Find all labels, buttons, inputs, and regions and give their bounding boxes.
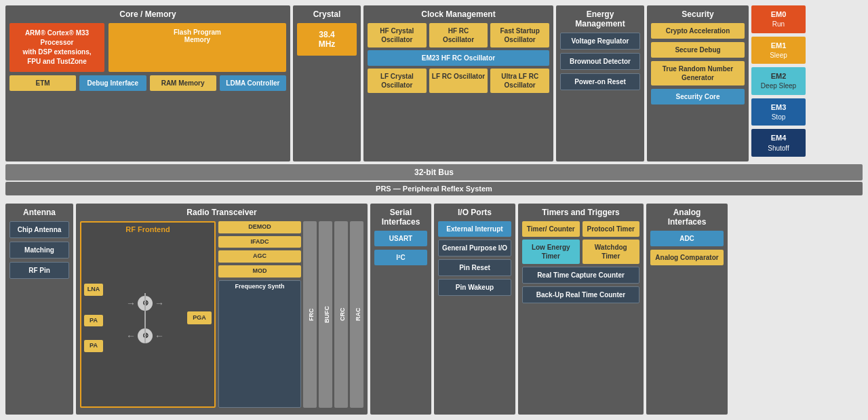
core-memory-title: Core / Memory [9,9,286,19]
analog-title: Analog Interfaces [650,208,724,227]
power-on-reset-box: Power-on Reset [560,73,640,90]
ldma-box: LDMA Controller [220,75,286,91]
em3-box: EM3 Stop [751,98,806,126]
lf-crystal-box: LF Crystal Oscillator [368,69,427,93]
etm-box: ETM [9,75,76,91]
rf-frontend-box: RF Frontend LNA PA PA [80,221,216,408]
io-panel: I/O Ports External Interrupt General Pur… [434,204,515,415]
em4-box: EM4 Shutoff [751,129,806,157]
radio-panel: Radio Transceiver RF Frontend LNA PA PA [76,204,368,415]
adc-box: ADC [650,231,724,246]
mod-box: MOD [218,265,301,278]
usart-box: USART [374,231,427,246]
ifadc-box: IFADC [218,236,301,248]
lna-box: LNA [84,284,103,296]
energy-title: Energy Management [560,9,640,28]
em2-box: EM2 Deep Sleep [751,67,806,95]
clock-panel: Clock Management HF Crystal Oscillator H… [363,5,553,161]
bus-32bit-bar: 32-bit Bus [5,164,863,180]
rf-frontend-label: RF Frontend [84,225,212,233]
matching-box: Matching [9,242,69,259]
flash-memory-box: Flash Program Memory [108,23,286,72]
timer-counter-box: Timer/ Counter [522,221,580,237]
bufc-bar: BUFC [319,221,332,408]
pga-box: PGA [187,311,212,325]
crystal-freq-box: 38.4 MHz [297,23,357,56]
block-diagram: Core / Memory ARM® Cortex® M33 Processor… [0,0,868,420]
em23-hf-box: EM23 HF RC Oscillator [368,50,549,66]
ram-memory-box: RAM Memory [150,75,216,91]
timers-panel: Timers and Triggers Timer/ Counter Proto… [518,204,644,415]
crystal-title: Crystal [297,9,357,19]
lf-rc-box: LF RC Oscillator [429,69,488,93]
analog-panel: Analog Interfaces ADC Analog Comparator [646,204,728,415]
core-memory-panel: Core / Memory ARM® Cortex® M33 Processor… [5,5,290,161]
freq-synth-box: Frequency Synth [218,280,301,408]
pin-wakeup-box: Pin Wakeup [438,279,511,296]
vertical-bars: FRC BUFC CRC RAC [303,221,363,408]
rf-pin-box: RF Pin [9,262,69,279]
hf-crystal-box: HF Crystal Oscillator [368,23,427,47]
em-states-panel: EM0 Run EM1 Sleep EM2 Deep Sleep EM3 Sto… [751,5,806,161]
security-panel: Security Crypto Acceleration Secure Debu… [647,5,749,161]
secure-debug-box: Secure Debug [651,42,745,58]
chip-antenna-box: Chip Antenna [9,221,69,238]
true-random-box: True Random Number Generator [651,61,745,85]
crystal-panel: Crystal 38.4 MHz [293,5,361,161]
demod-box: DEMOD [218,221,301,233]
pin-reset-box: Pin Reset [438,259,511,276]
em0-box: EM0 Run [751,5,806,33]
gpio-box: General Purpose I/O [438,240,511,256]
agc-box: AGC [218,250,301,263]
i2c-box: I²C [374,250,427,265]
pa2-box: PA [84,340,103,352]
crc-bar: CRC [334,221,348,408]
voltage-regulator-box: Voltage Regulator [560,33,640,50]
brownout-detector-box: Brownout Detector [560,53,640,70]
antenna-title: Antenna [9,208,69,217]
clock-title: Clock Management [368,9,549,19]
radio-title: Radio Transceiver [80,208,363,217]
io-title: I/O Ports [438,208,511,217]
hf-rc-box: HF RC Oscillator [429,23,488,47]
watchdog-timer-box: Watchdog Timer [583,240,640,264]
analog-comparator-box: Analog Comparator [650,250,724,265]
real-time-counter-box: Real Time Capture Counter [522,267,639,284]
backup-counter-box: Back-Up Real Time Counter [522,286,639,303]
crypto-box: Crypto Acceleration [651,23,745,39]
rac-bar: RAC [350,221,363,408]
low-energy-timer-box: Low Energy Timer [522,240,580,264]
arm-processor-box: ARM® Cortex® M33 Processor with DSP exte… [9,23,104,72]
fast-startup-box: Fast Startup Oscillator [490,23,549,47]
frc-bar: FRC [303,221,317,408]
ultra-lf-box: Ultra LF RC Oscillator [490,69,549,93]
protocol-timer-box: Protocol Timer [583,221,640,237]
energy-panel: Energy Management Voltage Regulator Brow… [556,5,644,161]
security-core-box: Security Core [651,89,745,104]
em1-box: EM1 Sleep [751,37,806,64]
security-title: Security [651,9,745,19]
serial-panel: Serial Interfaces USART I²C [370,204,431,415]
antenna-panel: Antenna Chip Antenna Matching RF Pin [5,204,73,415]
ext-interrupt-box: External Interrupt [438,221,511,237]
timers-title: Timers and Triggers [522,208,639,217]
debug-interface-box: Debug Interface [79,75,146,91]
prs-bar: PRS — Peripheral Reflex System [5,182,863,195]
serial-title: Serial Interfaces [374,208,427,227]
pa1-box: PA [84,315,103,327]
